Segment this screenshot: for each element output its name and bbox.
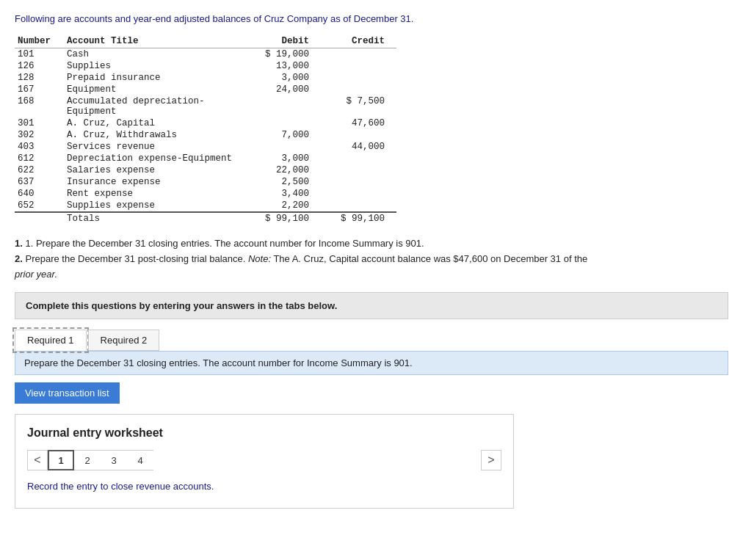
row-title: Prepaid insurance (64, 72, 245, 84)
row-debit: 3,000 (245, 153, 321, 164)
table-row: 167 Equipment 24,000 (15, 84, 396, 95)
table-row: 652 Supplies expense 2,200 (15, 200, 396, 212)
row-debit: 2,200 (245, 200, 321, 212)
tabs-container: Required 1 Required 2 (15, 330, 728, 351)
row-credit (321, 84, 396, 95)
row-title: A. Cruz, Capital (64, 117, 245, 129)
row-title: Services revenue (64, 141, 245, 153)
row-credit (321, 153, 396, 164)
table-row: 637 Insurance expense 2,500 (15, 176, 396, 188)
row-credit: $ 7,500 (321, 95, 396, 117)
table-row: 612 Depreciation expense-Equipment 3,000 (15, 153, 396, 164)
row-debit: $ 19,000 (245, 48, 321, 61)
row-number: 168 (15, 95, 64, 117)
row-title: Supplies (64, 60, 245, 72)
row-title: Equipment (64, 84, 245, 95)
intro-text: Following are accounts and year-end adju… (15, 13, 728, 24)
col-header-number: Number (15, 34, 64, 48)
row-number: 622 (15, 164, 64, 176)
totals-debit: $ 99,100 (245, 212, 321, 225)
row-number: 128 (15, 72, 64, 84)
col-header-title: Account Title (64, 34, 245, 48)
nav-page-3[interactable]: 3 (101, 450, 127, 470)
row-title: Rent expense (64, 188, 245, 200)
row-number: 302 (15, 129, 64, 141)
row-credit (321, 48, 396, 61)
row-debit: 13,000 (245, 60, 321, 72)
row-number: 101 (15, 48, 64, 61)
row-credit (321, 200, 396, 212)
row-number: 652 (15, 200, 64, 212)
tab-required1[interactable]: Required 1 (15, 330, 87, 351)
complete-box: Complete this questions by entering your… (15, 292, 728, 319)
row-credit (321, 129, 396, 141)
row-debit: 24,000 (245, 84, 321, 95)
row-number: 403 (15, 141, 64, 153)
instruction-line2: 2. Prepare the December 31 post-closing … (15, 252, 728, 283)
col-header-credit: Credit (321, 34, 396, 48)
view-transaction-button[interactable]: View transaction list (15, 382, 120, 404)
row-title: A. Cruz, Withdrawals (64, 129, 245, 141)
row-debit: 2,500 (245, 176, 321, 188)
totals-num (15, 212, 64, 225)
row-credit (321, 164, 396, 176)
nav-next-button[interactable]: > (481, 450, 501, 470)
row-title: Accumulated depreciation-Equipment (64, 95, 245, 117)
record-entry-instruction: Record the entry to close revenue accoun… (27, 481, 501, 492)
page-navigation: < 1 2 3 4 > (27, 450, 501, 470)
table-row: 640 Rent expense 3,400 (15, 188, 396, 200)
row-debit: 3,400 (245, 188, 321, 200)
nav-page-2[interactable]: 2 (74, 450, 101, 470)
table-row: 128 Prepaid insurance 3,000 (15, 72, 396, 84)
row-number: 640 (15, 188, 64, 200)
row-number: 637 (15, 176, 64, 188)
nav-page-1[interactable]: 1 (48, 450, 74, 470)
row-number: 126 (15, 60, 64, 72)
row-title: Salaries expense (64, 164, 245, 176)
row-title: Supplies expense (64, 200, 245, 212)
worksheet-title: Journal entry worksheet (27, 426, 501, 440)
table-row: 168 Accumulated depreciation-Equipment $… (15, 95, 396, 117)
row-number: 167 (15, 84, 64, 95)
row-debit (245, 141, 321, 153)
row-number: 612 (15, 153, 64, 164)
tab-required2[interactable]: Required 2 (88, 330, 160, 351)
instructions: 1. 1. Prepare the December 31 closing en… (15, 236, 728, 282)
accounts-table: Number Account Title Debit Credit 101 Ca… (15, 34, 396, 225)
row-debit: 22,000 (245, 164, 321, 176)
totals-label: Totals (64, 212, 245, 225)
row-debit: 3,000 (245, 72, 321, 84)
row-title: Cash (64, 48, 245, 61)
table-row: 126 Supplies 13,000 (15, 60, 396, 72)
row-credit: 47,600 (321, 117, 396, 129)
row-credit (321, 188, 396, 200)
row-title: Insurance expense (64, 176, 245, 188)
journal-worksheet: Journal entry worksheet < 1 2 3 4 > Reco… (15, 414, 514, 509)
row-debit (245, 95, 321, 117)
table-row: 622 Salaries expense 22,000 (15, 164, 396, 176)
nav-prev-button[interactable]: < (27, 450, 48, 470)
instruction-line1: 1. 1. Prepare the December 31 closing en… (15, 236, 728, 252)
totals-credit: $ 99,100 (321, 212, 396, 225)
row-credit (321, 176, 396, 188)
row-number: 301 (15, 117, 64, 129)
row-title: Depreciation expense-Equipment (64, 153, 245, 164)
col-header-debit: Debit (245, 34, 321, 48)
row-debit: 7,000 (245, 129, 321, 141)
info-bar: Prepare the December 31 closing entries.… (15, 351, 728, 375)
table-row: 301 A. Cruz, Capital 47,600 (15, 117, 396, 129)
row-credit: 44,000 (321, 141, 396, 153)
table-row: 403 Services revenue 44,000 (15, 141, 396, 153)
nav-page-4[interactable]: 4 (127, 450, 153, 470)
row-credit (321, 72, 396, 84)
table-row: 302 A. Cruz, Withdrawals 7,000 (15, 129, 396, 141)
row-debit (245, 117, 321, 129)
row-credit (321, 60, 396, 72)
table-row: 101 Cash $ 19,000 (15, 48, 396, 61)
